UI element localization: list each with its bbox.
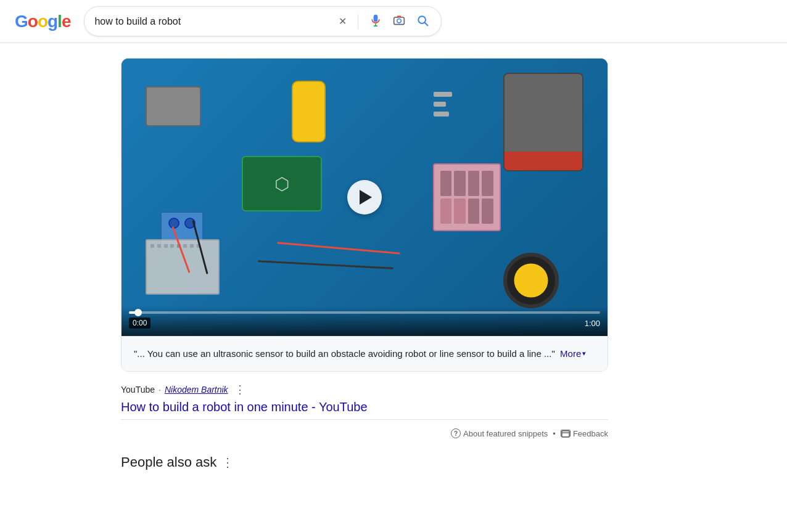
progress-thumb[interactable] (134, 309, 142, 316)
logo-g: G (15, 12, 28, 31)
wire-black2 (258, 260, 394, 269)
circuit-board (433, 163, 501, 231)
video-title-link[interactable]: How to build a robot in one minute - You… (121, 400, 608, 414)
dot-separator: • (553, 429, 556, 438)
people-also-ask-header: People also ask ⋮ (121, 454, 608, 470)
more-link[interactable]: More ▾ (560, 346, 586, 361)
logo-o2: o (38, 12, 47, 31)
feedback-link[interactable]: Feedback (561, 429, 608, 438)
breadboard (146, 239, 220, 295)
wire-red2 (277, 242, 400, 254)
search-icons: ✕ (336, 12, 431, 31)
current-time: 0:00 (129, 317, 150, 329)
svg-rect-4 (562, 431, 569, 437)
help-circle-icon: ? (451, 428, 461, 438)
motor-yellow (292, 81, 326, 142)
logo-l: l (57, 12, 62, 31)
svg-point-1 (397, 19, 402, 23)
video-time-row: 0:00 1:00 (129, 317, 600, 329)
snippet-text-content: "... You can use an ultrasonic sensor to… (134, 348, 555, 359)
feedback-label: Feedback (573, 429, 608, 438)
video-player[interactable]: 0:00 1:00 (122, 59, 608, 336)
source-author-link[interactable]: Nikodem Bartnik (165, 385, 228, 395)
featured-snippet-card: 0:00 1:00 "... You can use an ultrasonic… (121, 58, 608, 372)
feedback-row: ? About featured snippets • Feedback (121, 425, 608, 442)
play-triangle-icon (360, 190, 372, 205)
source-menu-button[interactable]: ⋮ (232, 382, 248, 398)
search-divider (358, 14, 358, 29)
header: Google ✕ (0, 0, 787, 43)
robot-wheel (503, 253, 559, 308)
logo-o1: o (28, 12, 38, 31)
arduino-board (242, 156, 322, 211)
video-controls: 0:00 1:00 (122, 306, 608, 336)
mic-icon (369, 14, 382, 28)
source-row: YouTube · Nikodem Bartnik ⋮ (121, 382, 608, 398)
section-divider (121, 419, 608, 420)
more-label: More (560, 346, 581, 361)
search-icon (416, 14, 429, 28)
play-button[interactable] (347, 180, 382, 215)
people-also-ask-section: People also ask ⋮ (121, 454, 608, 470)
screws-decoration (434, 92, 452, 117)
search-button[interactable] (414, 12, 431, 31)
clear-icon: ✕ (339, 15, 347, 27)
search-bar: ✕ (84, 6, 442, 36)
snippet-text: "... You can use an ultrasonic sensor to… (134, 346, 595, 361)
svg-line-3 (425, 23, 428, 26)
logo-g2: g (47, 12, 57, 31)
about-snippets-label: About featured snippets (463, 429, 548, 438)
chevron-down-icon: ▾ (582, 348, 586, 359)
total-time: 1:00 (585, 319, 600, 328)
google-logo[interactable]: Google (15, 12, 70, 31)
people-also-ask-title: People also ask (121, 454, 216, 470)
main-content: 0:00 1:00 "... You can use an ultrasonic… (0, 43, 623, 470)
motor-left (146, 86, 201, 126)
clear-button[interactable]: ✕ (336, 13, 349, 30)
people-ask-menu-button[interactable]: ⋮ (221, 455, 235, 470)
search-input[interactable] (94, 16, 331, 27)
robot-body (503, 73, 583, 171)
source-platform: YouTube (121, 385, 155, 395)
about-featured-snippets-link[interactable]: ? About featured snippets (451, 428, 548, 438)
logo-e: e (62, 12, 71, 31)
feedback-flag-icon (561, 430, 571, 437)
voice-search-button[interactable] (367, 12, 384, 31)
source-separator: · (159, 385, 161, 395)
snippet-text-area: "... You can use an ultrasonic sensor to… (122, 336, 608, 371)
image-search-button[interactable] (390, 12, 408, 31)
video-progress-bar[interactable] (129, 311, 600, 314)
camera-icon (393, 14, 405, 28)
